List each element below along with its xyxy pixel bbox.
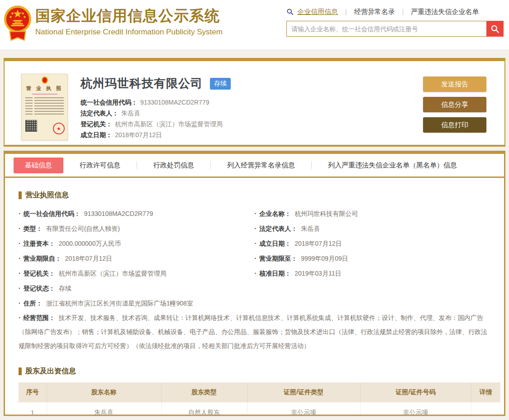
license-info-section-header: 营业执照信息 [19,191,490,200]
tab-administrative-penalty[interactable]: 行政处罚信息 [137,161,210,170]
site-title: 国家企业信用信息公示系统 [35,6,223,26]
section-marker [19,191,22,199]
cell-shareholder-type: 自然人股东 [161,402,247,416]
tab-basic-info[interactable]: 基础信息 [14,158,63,173]
license-text-line [25,105,64,106]
fields-left-column: 统一社会信用代码：91330108MA2CD2R779 类型：有限责任公司(自然… [19,206,255,296]
tab-blacklist[interactable]: 列入严重违法失信企业名单（黑名单）信息 [312,161,473,170]
field-legal-rep: 法定代表人：朱岳喜 [255,221,491,236]
status-badge: 存续 [210,78,231,90]
top-nav: 企业信用信息 | 经营异常名录 | 严重违法失信企业名单 [286,6,504,17]
col-shareholder-type: 股东类型 [161,382,247,402]
license-text-line [25,97,64,98]
search-icon [286,8,294,15]
tab-abnormal-operations[interactable]: 列入经营异常名录信息 [211,161,311,170]
search-input[interactable] [286,21,486,37]
table-row: 1 朱岳喜 自然人股东 非公示项 非公示项 [19,402,500,416]
company-info-block: 杭州玛世科技有限公司 存续 统一社会信用代码：91330108MA2CD2R77… [81,74,423,145]
field-registration-status: 登记状态：存续 [19,281,255,296]
col-cert-number: 证照/证件号码 [360,382,471,402]
license-thumb-title: 营 业 执 照 [22,85,67,92]
header-right: 企业信用信息 | 经营异常名录 | 严重违法失信企业名单 [286,4,504,50]
cell-cert-type: 非公示项 [247,402,360,416]
field-establish-date: 成立日期：2018年07月12日 [255,236,491,251]
detail-card: 基础信息 行政许可信息 行政处罚信息 列入经营异常名录信息 列入严重违法失信企业… [4,151,505,416]
col-cert-type: 证照/证件类型 [247,382,360,402]
license-subline [32,94,57,95]
cell-shareholder-name: 朱岳喜 [47,402,161,416]
cell-detail [471,402,500,416]
field-approval-date: 核准日期：2019年03月11日 [255,266,491,281]
section-marker [19,368,22,375]
field-business-scope: 经营范围：技术开发、技术服务、技术咨询、成果转让：计算机网络技术、计算机信息技术… [19,311,490,353]
company-summary-card: 营 业 执 照 ★ 杭州玛世科技有限公司 存续 统一社会信用代码：9133010… [4,58,505,147]
license-red-seal: ★ [53,123,65,134]
license-text-line [25,100,64,101]
company-name: 杭州玛世科技有限公司 [81,76,203,91]
nav-separator: | [345,8,347,15]
field-address: 住所：浙江省杭州市滨江区长河街道星光国际广场1幢908室 [19,296,490,311]
license-text-line [25,108,64,109]
col-detail: 详情 [471,382,500,402]
nav-serious-violation-list[interactable]: 严重违法失信企业名单 [411,8,479,16]
nav-separator: | [402,8,404,15]
license-text-line [25,111,64,112]
summary-field-establish-date: 成立日期：2018年07月12日 [81,129,423,140]
shareholder-section: 股东及出资信息 序号 股东名称 股东类型 证照/证件类型 证照/证件号码 详情 [19,367,490,416]
section-title: 营业执照信息 [25,191,69,200]
col-seq: 序号 [19,382,47,402]
tab-bar: 基础信息 行政许可信息 行政处罚信息 列入经营异常名录信息 列入严重违法失信企业… [5,154,504,178]
basic-info-content: 营业执照信息 统一社会信用代码：91330108MA2CD2R779 类型：有限… [5,178,504,416]
field-term-to: 营业期限至：9999年09月09日 [255,251,491,266]
field-company-type: 类型：有限责任公司(自然人独资) [19,221,255,236]
col-shareholder-name: 股东名称 [47,382,161,402]
site-subtitle: National Enterprise Credit Information P… [35,28,223,37]
print-info-button[interactable]: 信息打印 [423,117,486,133]
summary-field-registration-authority: 登记机关：杭州市高新区（滨江）市场监督管理局 [81,119,423,129]
license-info-fields: 统一社会信用代码：91330108MA2CD2R779 类型：有限责任公司(自然… [19,206,490,296]
national-emblem-logo [4,4,32,44]
field-registration-authority: 登记机关：杭州市高新区（滨江）市场监督管理局 [19,266,255,281]
summary-field-credit-code: 统一社会信用代码：91330108MA2CD2R779 [81,97,423,108]
field-registered-capital: 注册资本：2000.000000万人民币 [19,236,255,251]
license-text-line [25,114,64,115]
search-icon [490,24,499,33]
shareholder-table: 序号 股东名称 股东类型 证照/证件类型 证照/证件号码 详情 1 朱岳喜 自然… [19,382,500,416]
nav-abnormal-operations-list[interactable]: 经营异常名录 [354,8,395,16]
cell-seq: 1 [19,402,47,416]
license-text-line [25,103,64,104]
search-bar [286,21,504,37]
share-info-button[interactable]: 信息分享 [423,97,486,112]
search-button[interactable] [486,21,504,37]
field-company-name: 企业名称：杭州玛世科技有限公司 [255,206,491,221]
field-credit-code: 统一社会信用代码：91330108MA2CD2R779 [19,206,255,221]
site-header: 国家企业信用信息公示系统 National Enterprise Credit … [0,0,509,50]
summary-field-legal-rep: 法定代表人：朱岳喜 [81,108,423,119]
site-title-block: 国家企业信用信息公示系统 National Enterprise Credit … [35,4,223,50]
section-title: 股东及出资信息 [25,367,76,376]
license-qr-code [25,120,37,132]
field-term-from: 营业期限自：2018年07月12日 [19,251,255,266]
nav-enterprise-credit-info[interactable]: 企业信用信息 [297,8,338,16]
cell-cert-number: 非公示项 [360,402,471,416]
fields-right-column: 企业名称：杭州玛世科技有限公司 法定代表人：朱岳喜 成立日期：2018年07月1… [255,206,491,296]
action-buttons: 发送报告 信息分享 信息打印 [423,74,486,145]
tab-administrative-license[interactable]: 行政许可信息 [63,161,137,170]
table-header-row: 序号 股东名称 股东类型 证照/证件类型 证照/证件号码 详情 [19,382,500,402]
shareholder-section-header: 股东及出资信息 [19,367,490,376]
send-report-button[interactable]: 发送报告 [423,76,486,92]
business-license-thumbnail[interactable]: 营 业 执 照 ★ [21,74,68,140]
license-emblem-icon [42,76,48,84]
